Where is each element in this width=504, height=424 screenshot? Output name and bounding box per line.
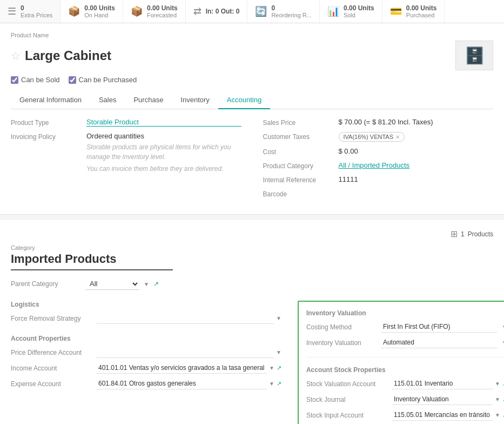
units-forecasted-label: Forecasted xyxy=(147,12,178,18)
extra-prices-label: Extra Prices xyxy=(21,12,52,18)
products-count-label: Products xyxy=(468,230,493,238)
sales-price-label: Sales Price xyxy=(263,118,333,127)
costing-method-select[interactable]: First In First Out (FIFO) xyxy=(381,321,498,333)
stat-units-purchased[interactable]: 💳 0.00 Units Purchased xyxy=(382,0,445,23)
sales-price-value[interactable]: $ 70.00 (= $ 81.20 Incl. Taxes) xyxy=(339,118,494,126)
tab-purchase[interactable]: Purchase xyxy=(125,91,172,109)
price-difference-label: Price Difference Account xyxy=(11,349,92,356)
account-properties-section: Account Properties Price Difference Acco… xyxy=(11,335,281,389)
price-difference-select[interactable] xyxy=(96,347,274,358)
customer-taxes-badge[interactable]: IVA(16%) VENTAS ✕ xyxy=(339,132,405,142)
units-purchased-value: 0.00 Units xyxy=(406,4,437,12)
box-icon-onhand: 📦 xyxy=(68,5,80,17)
internal-reference-label: Internal Reference xyxy=(263,175,333,184)
favorite-icon[interactable]: ☆ xyxy=(11,49,21,62)
card-icon: 💳 xyxy=(390,5,402,17)
list-view-icon: ⊞ xyxy=(451,229,458,239)
units-purchased-label: Purchased xyxy=(406,12,437,18)
tab-sales[interactable]: Sales xyxy=(90,91,125,109)
stock-journal-select[interactable]: Inventory Valuation xyxy=(392,394,493,405)
account-stock-section: Account Stock Properties Stock Valuation… xyxy=(306,366,504,424)
product-type-value[interactable]: Storable Product xyxy=(86,118,241,127)
barcode-label: Barcode xyxy=(263,189,333,198)
hint2: You can invoice them before they are del… xyxy=(86,164,241,174)
stat-extra-prices[interactable]: ☰ 0 Extra Prices xyxy=(0,0,61,23)
hint1: Storable products are physical items for… xyxy=(86,142,241,162)
category-section: ⊞ 1 Products Category Imported Products … xyxy=(0,220,504,424)
units-on-hand-label: On Hand xyxy=(84,12,115,18)
box-icon-forecasted: 📦 xyxy=(131,5,143,17)
expense-account-label: Expense Account xyxy=(11,380,92,388)
stat-units-forecasted[interactable]: 📦 0.00 Units Forecasted xyxy=(123,0,186,23)
parent-category-select[interactable]: All xyxy=(85,278,139,290)
product-card: Product Name ☆ Large Cabinet 🗄️ Can be S… xyxy=(0,23,504,215)
force-removal-select[interactable] xyxy=(96,313,274,324)
tab-accounting[interactable]: Accounting xyxy=(218,91,270,109)
inventory-valuation-title: Inventory Valuation xyxy=(306,309,504,317)
costing-method-label: Costing Method xyxy=(306,323,377,331)
category-name: Imported Products xyxy=(11,252,173,270)
form-right: Sales Price $ 70.00 (= $ 81.20 Incl. Tax… xyxy=(263,118,494,203)
can-be-purchased-checkbox[interactable]: Can be Purchased xyxy=(69,76,137,84)
income-account-label: Income Account xyxy=(11,365,92,372)
units-on-hand-value: 0.00 Units xyxy=(84,4,115,12)
arrows-icon: ⇄ xyxy=(193,5,201,17)
list-icon: ☰ xyxy=(8,5,16,17)
product-tabs: General Information Sales Purchase Inven… xyxy=(11,91,493,109)
logistics-title: Logistics xyxy=(11,301,281,308)
expense-account-select[interactable]: 601.84.01 Otros gastos generales xyxy=(96,378,267,389)
can-be-sold-input[interactable] xyxy=(11,76,18,84)
product-type-label: Product Type xyxy=(11,118,81,127)
invoicing-policy-label: Invoicing Policy xyxy=(11,132,81,141)
internal-reference-value[interactable]: 11111 xyxy=(339,175,494,183)
units-forecasted-value: 0.00 Units xyxy=(147,4,178,12)
expense-account-link[interactable]: ↗ xyxy=(277,380,281,387)
extra-prices-value: 0 xyxy=(21,4,52,12)
category-label: Category xyxy=(11,244,493,251)
can-be-purchased-input[interactable] xyxy=(69,76,76,84)
refresh-icon: 🔄 xyxy=(255,5,267,17)
product-name-label: Product Name xyxy=(11,32,493,38)
form-left: Product Type Storable Product Invoicing … xyxy=(11,118,241,203)
stat-units-sold[interactable]: 📊 0.00 Units Sold xyxy=(320,0,382,23)
stat-units-on-hand[interactable]: 📦 0.00 Units On Hand xyxy=(61,0,123,23)
tab-inventory[interactable]: Inventory xyxy=(172,91,218,109)
left-column: Logistics Force Removal Strategy ▼ Accou… xyxy=(11,301,281,424)
customer-taxes-label: Customer Taxes xyxy=(263,132,333,141)
account-stock-title: Account Stock Properties xyxy=(306,366,504,374)
cost-label: Cost xyxy=(263,147,333,156)
reordering-label: Reordering R... xyxy=(271,12,312,18)
logistics-section: Logistics Force Removal Strategy ▼ xyxy=(11,301,281,324)
inventory-valuation-select[interactable]: Automated xyxy=(381,337,498,348)
units-sold-label: Sold xyxy=(344,12,374,18)
remove-tax-icon[interactable]: ✕ xyxy=(395,134,400,140)
product-image: 🗄️ xyxy=(455,41,493,70)
invoicing-policy-value[interactable]: Ordered quantities xyxy=(86,132,144,140)
parent-dropdown-arrow: ▼ xyxy=(144,281,149,287)
stock-journal-label: Stock Journal xyxy=(306,396,387,403)
product-category-label: Product Category xyxy=(263,161,333,170)
account-properties-title: Account Properties xyxy=(11,335,281,342)
tab-general-information[interactable]: General Information xyxy=(11,91,90,109)
inventory-valuation-section: Inventory Valuation Costing Method First… xyxy=(306,309,504,348)
parent-external-link-icon[interactable]: ↗ xyxy=(153,280,159,288)
stat-in-out[interactable]: ⇄ In: 0 Out: 0 xyxy=(186,0,248,23)
products-count-value: 1 xyxy=(461,230,465,238)
income-account-link[interactable]: ↗ xyxy=(277,365,281,372)
in-out-value: In: 0 Out: 0 xyxy=(206,8,240,15)
stat-reordering[interactable]: 🔄 0 Reordering R... xyxy=(247,0,320,23)
stock-input-label: Stock Input Account xyxy=(306,412,387,419)
stock-input-select[interactable]: 115.05.01 Mercancías en tránsito xyxy=(392,409,493,421)
income-account-select[interactable]: 401.01.01 Ventas y/o servicios gravados … xyxy=(96,362,267,374)
right-column: Inventory Valuation Costing Method First… xyxy=(298,301,504,424)
can-be-sold-checkbox[interactable]: Can be Sold xyxy=(11,76,60,84)
product-category-value[interactable]: All / Imported Products xyxy=(339,161,494,169)
products-count-row[interactable]: ⊞ 1 Products xyxy=(451,229,493,239)
chart-icon: 📊 xyxy=(327,5,339,17)
product-name: Large Cabinet xyxy=(25,48,111,63)
units-sold-value: 0.00 Units xyxy=(344,4,374,12)
cost-value[interactable]: $ 0.00 xyxy=(339,147,494,155)
inventory-valuation-method-label: Inventory Valuation xyxy=(306,339,377,347)
force-removal-label: Force Removal Strategy xyxy=(11,315,92,322)
stock-valuation-select[interactable]: 115.01.01 Inventario xyxy=(392,378,493,389)
